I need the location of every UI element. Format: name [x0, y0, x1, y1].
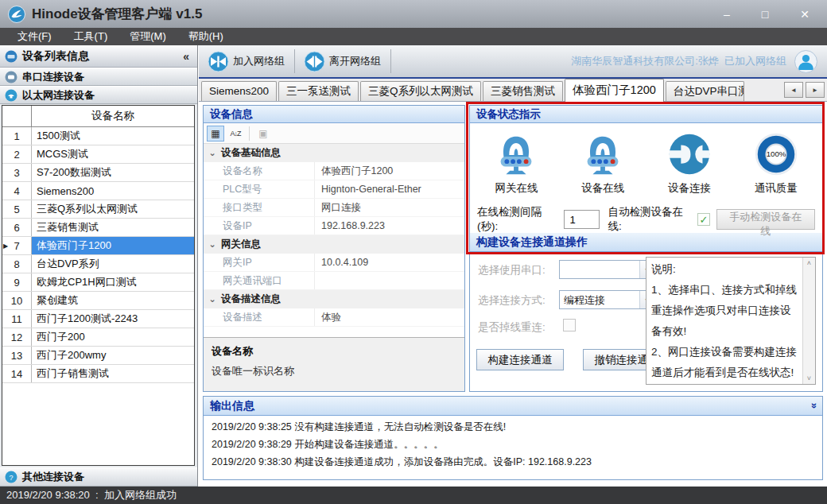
property-row[interactable]: 设备描述体验: [204, 308, 464, 327]
tab-5[interactable]: 体验西门子1200: [565, 79, 664, 102]
table-row[interactable]: 13西门子200wmy: [2, 347, 194, 365]
property-category-label: 网关信息: [221, 238, 261, 251]
property-name: 接口类型: [204, 199, 315, 216]
online-check-row: 在线检测间隔(秒): 自动检测设备在线: ✓ 手动检测设备在线: [470, 206, 822, 233]
reconnect-label: 是否掉线重连:: [478, 320, 546, 335]
join-network-button[interactable]: 加入网络组: [205, 48, 291, 75]
property-value: 体验: [315, 311, 464, 324]
leave-network-button[interactable]: 离开网络组: [301, 48, 387, 75]
property-category[interactable]: ⌄设备描述信息: [204, 290, 464, 308]
row-number-cell: 5: [2, 200, 32, 218]
table-row[interactable]: 14西门子销售测试: [2, 365, 194, 383]
property-pages-button[interactable]: ▣: [254, 126, 272, 142]
other-device-icon: ?: [5, 471, 17, 483]
scroll-up-icon[interactable]: ˄: [803, 259, 815, 267]
row-number: 4: [14, 185, 19, 197]
menu-item[interactable]: 工具(T): [63, 28, 119, 45]
user-avatar[interactable]: [794, 50, 817, 73]
maximize-button[interactable]: □: [762, 9, 768, 20]
property-category-label: 设备基础信息: [221, 146, 281, 160]
reconnect-checkbox[interactable]: [563, 319, 576, 331]
property-description-text: 设备唯一标识名称: [212, 364, 456, 378]
table-row[interactable]: 3S7-200数据测试: [2, 164, 194, 182]
status-indicator-label: 通讯质量: [755, 181, 798, 196]
property-category[interactable]: ⌄网关信息: [204, 235, 464, 254]
property-row[interactable]: 网关IP10.0.4.109: [204, 254, 464, 272]
tab-1[interactable]: Siemens200: [201, 81, 277, 101]
tab-6[interactable]: 台达DVP串口测试: [666, 81, 744, 101]
table-row[interactable]: 2MCGS测试: [2, 145, 194, 164]
row-number-cell: 3: [2, 164, 32, 181]
device-name-cell: 西门子1200测试-2243: [32, 310, 194, 328]
status-indicator-label: 设备在线: [581, 181, 624, 196]
table-row[interactable]: 11西门子1200测试-2243: [2, 310, 194, 328]
property-description-title: 设备名称: [212, 344, 456, 359]
sidebar-group-serial[interactable]: 串口连接设备: [0, 68, 197, 86]
sidebar-group-ethernet[interactable]: 以太网连接设备: [0, 86, 197, 104]
user-network-status: 湖南华辰智通科技有限公司:张烨 已加入网络组: [571, 54, 786, 68]
property-name: 设备名称: [204, 162, 315, 180]
device-name-cell: Siemens200: [32, 182, 194, 200]
menu-item[interactable]: 文件(F): [6, 28, 63, 45]
build-channel-button[interactable]: 构建连接通道: [476, 349, 564, 370]
device-connect-icon: [665, 130, 714, 179]
row-number: 11: [11, 313, 22, 325]
svg-text:?: ?: [9, 474, 13, 482]
status-indicator: 网关在线: [475, 130, 557, 196]
note-scrollbar[interactable]: ˄ ˅: [802, 258, 815, 384]
table-row[interactable]: ▶7体验西门子1200: [2, 237, 194, 255]
tab-4[interactable]: 三菱销售测试: [483, 81, 563, 101]
table-row[interactable]: 11500测试: [2, 127, 194, 145]
table-row[interactable]: 4Siemens200: [2, 182, 194, 200]
menu-item[interactable]: 帮助(H): [177, 28, 235, 45]
serial-device-icon: [5, 71, 17, 83]
tab-3[interactable]: 三菱Q系列以太网测试: [360, 81, 481, 101]
categorized-view-button[interactable]: ▦: [207, 126, 224, 142]
property-value: 10.0.4.109: [315, 257, 464, 268]
property-row[interactable]: 设备名称体验西门子1200: [204, 162, 464, 180]
property-category[interactable]: ⌄设备基础信息: [204, 144, 464, 162]
auto-detect-checkbox[interactable]: ✓: [697, 213, 710, 226]
note-line: 1、选择串口、连接方式和掉线重连操作选项只对串口连接设备有效!: [651, 280, 798, 342]
row-number-cell: 10: [2, 292, 32, 309]
table-row[interactable]: 9欧姆龙CP1H网口测试: [2, 273, 194, 292]
row-number: 10: [11, 295, 22, 307]
output-header: 输出信息 «: [204, 397, 822, 416]
connect-mode-label: 选择连接方式:: [478, 293, 546, 308]
interval-input[interactable]: [564, 210, 600, 229]
status-indicator: 设备在线: [561, 130, 644, 196]
collapse-panel-icon[interactable]: «: [807, 403, 819, 409]
tab-scroll-left-button[interactable]: ◄: [784, 82, 803, 98]
scroll-down-icon[interactable]: ˅: [803, 374, 815, 382]
row-number: 8: [14, 258, 19, 270]
device-table: 设备名称 11500测试2MCGS测试3S7-200数据测试4Siemens20…: [2, 105, 195, 466]
property-row[interactable]: 接口类型网口连接: [204, 199, 464, 217]
close-button[interactable]: ✕: [800, 9, 810, 20]
connect-mode-select[interactable]: 编程连接 ▼: [559, 290, 654, 309]
minimize-button[interactable]: –: [724, 9, 730, 20]
table-row[interactable]: 12西门子200: [2, 328, 194, 347]
status-indicator-label: 网关在线: [495, 181, 538, 196]
sidebar-header: 设备列表信息 «: [0, 45, 197, 68]
property-row[interactable]: PLC型号Hignton-General-Ether: [204, 180, 464, 199]
table-row[interactable]: 6三菱销售测试: [2, 219, 194, 237]
property-row[interactable]: 设备IP192.168.9.223: [204, 217, 464, 235]
row-number-cell: 1: [2, 127, 32, 145]
manual-detect-button[interactable]: 手动检测设备在线: [716, 209, 815, 230]
sort-az-button[interactable]: A↓Z: [227, 126, 244, 142]
sidebar-group-other[interactable]: ? 其他连接设备: [0, 467, 197, 487]
tab-scroll-right-button[interactable]: ►: [806, 82, 825, 98]
table-row[interactable]: 5三菱Q系列以太网测试: [2, 200, 194, 219]
property-value: 192.168.9.223: [315, 220, 464, 231]
sidebar-collapse-icon[interactable]: «: [180, 50, 192, 63]
chevron-down-icon: ⌄: [204, 294, 221, 304]
tab-2[interactable]: 三一泵送测试: [278, 81, 359, 101]
table-row[interactable]: 8台达DVP系列: [2, 255, 194, 273]
row-number-cell: 13: [2, 347, 32, 364]
table-row[interactable]: 10聚创建筑: [2, 292, 194, 310]
menu-item[interactable]: 管理(M): [118, 28, 177, 45]
status-indicator: 100%通讯质量: [735, 130, 817, 196]
property-row[interactable]: 网关通讯端口: [204, 272, 464, 290]
serial-port-select[interactable]: ▼: [559, 260, 654, 279]
tabs-container: Siemens200三一泵送测试三菱Q系列以太网测试三菱销售测试体验西门子120…: [201, 79, 746, 101]
